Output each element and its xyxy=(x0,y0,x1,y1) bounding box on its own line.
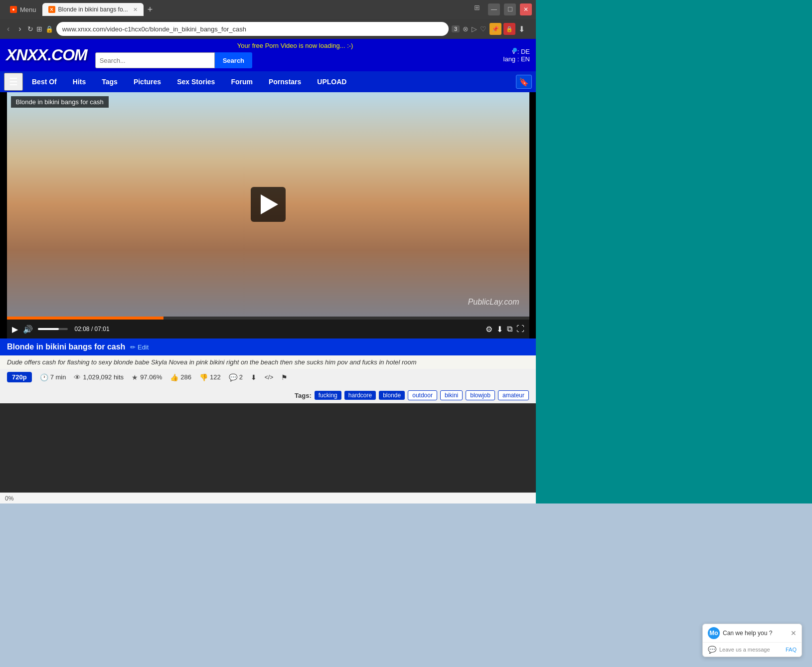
status-progress: 0% xyxy=(5,495,13,502)
refresh-button[interactable]: ↻ xyxy=(27,25,33,33)
search-input[interactable] xyxy=(95,52,215,68)
desktop-bg-main xyxy=(0,503,812,667)
logo-com: COM xyxy=(51,46,87,64)
tab-bar: ● Menu X Blonde in bikini bangs fo... ✕ … xyxy=(4,0,157,19)
play-button[interactable] xyxy=(251,187,286,222)
video-favicon: X xyxy=(48,6,55,13)
volume-fill xyxy=(38,328,59,330)
block-icon: ⊗ xyxy=(463,25,469,33)
window-controls: ⊞ — ☐ ✕ xyxy=(474,3,532,15)
rating-value: 97.06% xyxy=(140,373,162,381)
tag-hardcore[interactable]: hardcore xyxy=(344,391,376,400)
tag-amateur[interactable]: amateur xyxy=(498,390,529,400)
status-bar: 0% xyxy=(0,493,536,503)
nav-pornstars[interactable]: Pornstars xyxy=(262,75,308,89)
nav-upload[interactable]: UPLOAD xyxy=(310,75,353,89)
bookmark-button[interactable]: 🔖 xyxy=(516,75,532,89)
fullscreen-button[interactable]: ⛶ xyxy=(516,325,524,334)
chat-close-button[interactable]: ✕ xyxy=(791,629,797,637)
ext-btn-2[interactable]: 🔒 xyxy=(503,23,515,35)
dislikes-stat[interactable]: 👎 122 xyxy=(199,373,221,381)
chat-title: Can we help you ? xyxy=(723,630,788,637)
resolution-badge: 720p xyxy=(7,372,32,382)
video-title-overlay: Blonde in bikini bangs for cash xyxy=(11,96,109,108)
controls-right: ⚙ ⬇ ⧉ ⛶ xyxy=(486,325,524,334)
hamburger-button[interactable]: ☰ xyxy=(4,73,23,91)
search-button[interactable]: Search xyxy=(215,52,252,68)
comments-stat[interactable]: 💬 2 xyxy=(229,373,243,381)
xnxx-logo: XNXX.COM xyxy=(6,46,87,64)
forward-button[interactable]: › xyxy=(15,23,24,34)
edit-button[interactable]: ✏ Edit xyxy=(130,343,149,351)
tag-blowjob[interactable]: blowjob xyxy=(466,390,495,400)
video-title-main: Blonde in bikini bangs for cash xyxy=(7,342,125,351)
address-bar-row: ‹ › ↻ ⊞ 🔒 3 ⊗ ▷ ♡ 📌 🔒 ⬇ xyxy=(0,19,536,39)
time-display: 02:08 / 07:01 xyxy=(75,326,110,333)
tab-menu-label: Menu xyxy=(20,6,36,13)
thumbs-down-icon: 👎 xyxy=(199,373,208,381)
video-thumbnail[interactable]: PublicLay.com xyxy=(7,92,529,317)
download-stat-button[interactable]: ⬇ xyxy=(251,373,257,381)
close-button[interactable]: ✕ xyxy=(520,3,532,15)
tag-blonde[interactable]: blonde xyxy=(379,391,405,400)
system-tray-icon: ⊞ xyxy=(474,3,480,15)
tab-video-label: Blonde in bikini bangs fo... xyxy=(58,6,128,13)
likes-value: 286 xyxy=(180,373,191,381)
grid-view-button[interactable]: ⊞ xyxy=(36,25,42,33)
video-container: Blonde in bikini bangs for cash PublicLa… xyxy=(7,92,529,338)
progress-bar[interactable] xyxy=(7,317,529,320)
favorite-icon[interactable]: ♡ xyxy=(480,25,487,33)
embed-button[interactable]: </> xyxy=(265,374,273,381)
site-content: XNXX.COM Your free Porn Video is now loa… xyxy=(0,39,536,403)
maximize-button[interactable]: ☐ xyxy=(504,3,516,15)
views-stat: 👁 1,029,092 hits xyxy=(74,373,124,381)
chat-header: Mo Can we help you ? ✕ xyxy=(703,624,802,643)
download-video-button[interactable]: ⬇ xyxy=(496,325,503,334)
tag-fucking[interactable]: fucking xyxy=(315,391,341,400)
settings-button[interactable]: ⚙ xyxy=(486,325,492,334)
nav-sex-stories[interactable]: Sex Stories xyxy=(170,75,222,89)
time-total: 07:01 xyxy=(95,326,110,333)
tab-video[interactable]: X Blonde in bikini bangs fo... ✕ xyxy=(42,3,144,16)
nav-hits[interactable]: Hits xyxy=(66,75,93,89)
address-input[interactable] xyxy=(56,22,449,36)
tag-bikini[interactable]: bikini xyxy=(440,390,463,400)
nav-bar: ☰ Best Of Hits Tags Pictures Sex Stories… xyxy=(0,71,536,92)
play-pause-button[interactable]: ▶ xyxy=(12,325,18,334)
volume-button[interactable]: 🔊 xyxy=(23,325,33,334)
forward-icon: ▷ xyxy=(472,25,477,33)
pip-button[interactable]: ⧉ xyxy=(507,325,512,334)
faq-link[interactable]: FAQ xyxy=(786,647,797,653)
likes-stat[interactable]: 👍 286 xyxy=(170,373,191,381)
nav-pictures[interactable]: Pictures xyxy=(127,75,168,89)
ssl-lock-icon: 🔒 xyxy=(45,25,53,33)
progress-fill xyxy=(7,317,163,320)
minimize-button[interactable]: — xyxy=(488,3,500,15)
video-watermark: PublicLay.com xyxy=(468,298,519,307)
ext-btn-1[interactable]: 📌 xyxy=(489,23,501,35)
menu-favicon: ● xyxy=(10,6,17,13)
download-button[interactable]: ⬇ xyxy=(518,24,525,34)
video-description: Dude offers cash for flashing to sexy bl… xyxy=(0,355,536,369)
header-center: Your free Porn Video is now loading... :… xyxy=(95,42,495,68)
volume-slider[interactable] xyxy=(38,328,68,330)
video-stats-bar: 720p 🕐 7 min 👁 1,029,092 hits ★ 97.06% 👍… xyxy=(0,369,536,403)
leave-message-label[interactable]: Leave us a message xyxy=(719,647,770,653)
tab-menu[interactable]: ● Menu xyxy=(4,3,42,16)
site-header: XNXX.COM Your free Porn Video is now loa… xyxy=(0,39,536,71)
new-tab-button[interactable]: + xyxy=(144,4,157,15)
nav-tags[interactable]: Tags xyxy=(95,75,125,89)
browser-window: ● Menu X Blonde in bikini bangs fo... ✕ … xyxy=(0,0,536,503)
tags-section: Tags: fucking hardcore blonde outdoor bi… xyxy=(295,390,529,400)
logo-text: XNXX xyxy=(6,46,47,64)
nav-forum[interactable]: Forum xyxy=(224,75,260,89)
flag-button[interactable]: ⚑ xyxy=(281,373,288,381)
nav-best-of[interactable]: Best Of xyxy=(25,75,64,89)
tag-outdoor[interactable]: outdoor xyxy=(408,390,437,400)
loading-text: Your free Porn Video is now loading... :… xyxy=(95,42,495,49)
notification-badge: 3 xyxy=(452,25,460,32)
video-controls: ▶ 🔊 02:08 / 07:01 ⚙ ⬇ ⧉ ⛶ xyxy=(7,320,529,338)
search-row: Search xyxy=(95,52,495,68)
back-button[interactable]: ‹ xyxy=(4,23,12,34)
tab-close-button[interactable]: ✕ xyxy=(133,6,138,13)
